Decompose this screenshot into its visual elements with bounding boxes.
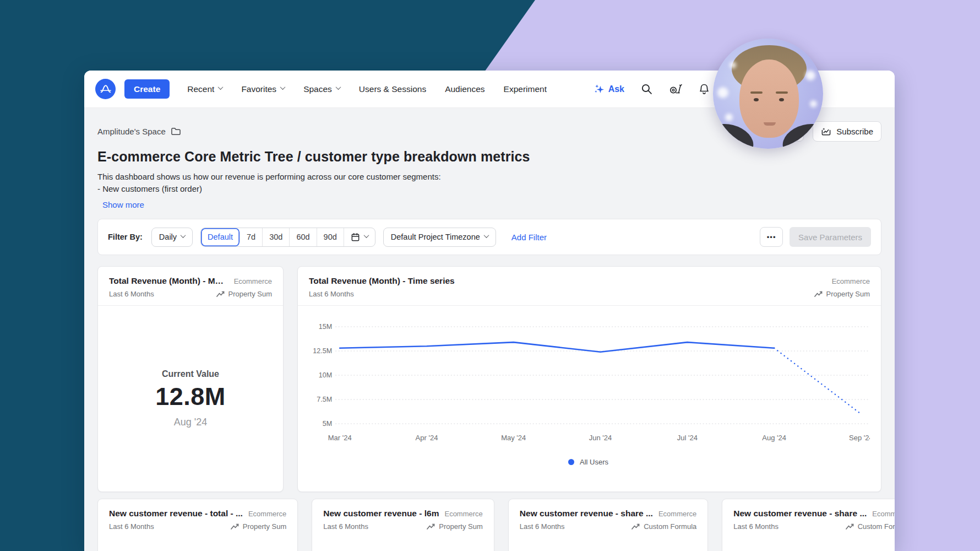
card-source: Ecommerce xyxy=(234,277,272,285)
chart-card-new-customer-revenue-l6m[interactable]: New customer revenue - l6m Ecommerce Las… xyxy=(312,499,494,551)
card-header: Total Revenue (Month) - Metric Ecommerce… xyxy=(98,267,283,305)
custom-date-picker[interactable] xyxy=(344,228,375,246)
cards-row-bottom: New customer revenue - total - ... Ecomm… xyxy=(97,499,881,551)
timezone-dropdown[interactable]: Default Project Timezone xyxy=(383,228,496,247)
avatar-graphic xyxy=(725,114,733,121)
card-range: Last 6 Months xyxy=(733,522,778,531)
folder-icon xyxy=(171,127,181,136)
svg-text:Jun '24: Jun '24 xyxy=(589,434,612,442)
svg-text:Sep '24: Sep '24 xyxy=(849,434,870,442)
card-header: New customer revenue - total - ... Ecomm… xyxy=(98,499,297,538)
svg-text:7.5M: 7.5M xyxy=(317,396,332,404)
avatar-graphic xyxy=(776,91,788,94)
nav-item-audiences[interactable]: Audiences xyxy=(445,84,484,94)
metric-value-label: Current Value xyxy=(162,369,219,379)
trend-line-icon xyxy=(631,523,640,530)
card-title: New customer revenue - share ... xyxy=(520,509,653,518)
metric-card-total-revenue[interactable]: Total Revenue (Month) - Metric Ecommerce… xyxy=(97,266,284,492)
trend-line-icon xyxy=(427,523,435,530)
card-title: Total Revenue (Month) - Metric xyxy=(109,276,228,286)
card-range: Last 6 Months xyxy=(109,522,154,531)
nav-item-spaces[interactable]: Spaces xyxy=(303,84,340,94)
nav-item-experiment[interactable]: Experiment xyxy=(504,84,547,94)
range-option-30d[interactable]: 30d xyxy=(263,228,290,246)
chevron-down-icon xyxy=(483,233,489,238)
show-more-link[interactable]: Show more xyxy=(102,200,144,209)
legend-label: All Users xyxy=(580,458,608,466)
add-filter-link[interactable]: Add Filter xyxy=(511,233,547,242)
range-option-60d[interactable]: 60d xyxy=(290,228,317,246)
granularity-dropdown[interactable]: Daily xyxy=(151,228,193,247)
sparkle-icon xyxy=(594,84,605,94)
chart-card-total-revenue-timeseries[interactable]: Total Revenue (Month) - Time series Ecom… xyxy=(297,266,881,492)
chevron-down-icon xyxy=(335,84,341,90)
range-option-90d[interactable]: 90d xyxy=(317,228,344,246)
trend-line-icon xyxy=(231,523,239,530)
card-header: Total Revenue (Month) - Time series Ecom… xyxy=(298,267,881,305)
revenue-line-chart[interactable]: 15M12.5M10M7.5M5MMar '24Apr '24May '24Ju… xyxy=(307,314,870,456)
dashboard-content: Amplitude's Space ☆ More Subsc xyxy=(84,121,895,551)
amplitude-logo-icon[interactable] xyxy=(95,79,116,99)
avatar-graphic xyxy=(750,91,763,94)
nav-item-recent[interactable]: Recent xyxy=(187,84,222,94)
subscribe-button[interactable]: Subscribe xyxy=(813,121,881,142)
avatar-graphic xyxy=(810,100,817,107)
chevron-down-icon xyxy=(218,84,224,90)
description-line: - New customers (first order) xyxy=(97,183,881,195)
svg-text:Jul '24: Jul '24 xyxy=(677,434,698,442)
filter-panel: Filter By: Daily Default 7d 30d 60d 90d xyxy=(97,219,881,255)
metric-caption: Aug '24 xyxy=(174,417,208,428)
trend-line-icon xyxy=(814,291,823,298)
svg-text:5M: 5M xyxy=(323,420,332,428)
notifications-button[interactable] xyxy=(699,83,710,95)
nav-item-favorites[interactable]: Favorites xyxy=(241,84,285,94)
chevron-down-icon xyxy=(280,84,286,90)
filter-more-options-button[interactable]: ••• xyxy=(760,227,783,247)
card-measure: Property Sum xyxy=(427,522,482,531)
svg-text:15M: 15M xyxy=(319,323,332,331)
filter-panel-actions: ••• Save Parameters xyxy=(760,227,871,247)
card-source: Ecommerce xyxy=(832,277,870,285)
card-range: Last 6 Months xyxy=(109,290,154,298)
metric-body: Current Value 12.8M Aug '24 xyxy=(98,306,283,491)
card-source: Ecommerce xyxy=(658,510,696,518)
card-title: New customer revenue - share ... xyxy=(733,509,867,518)
card-measure: Property Sum xyxy=(814,290,870,298)
card-source: Ecommerce xyxy=(444,510,482,518)
svg-text:Mar '24: Mar '24 xyxy=(328,434,352,442)
nav-items: Recent Favorites Spaces Users & Sessions… xyxy=(187,84,547,94)
search-icon xyxy=(641,83,652,95)
chart-card-new-customer-revenue-share-2[interactable]: New customer revenue - share ... Ecommer… xyxy=(722,499,895,551)
svg-text:12.5M: 12.5M xyxy=(313,348,332,355)
svg-text:10M: 10M xyxy=(319,372,332,380)
card-title: New customer revenue - total - ... xyxy=(109,509,243,518)
date-range-segmented-control: Default 7d 30d 60d 90d xyxy=(200,228,375,247)
nav-item-users-sessions[interactable]: Users & Sessions xyxy=(359,84,426,94)
card-measure: Custom Formula xyxy=(631,522,696,531)
ask-button[interactable]: Ask xyxy=(594,84,624,94)
metric-value: 12.8M xyxy=(155,382,226,411)
cards-row-top: Total Revenue (Month) - Metric Ecommerce… xyxy=(97,266,881,492)
avatar-graphic xyxy=(779,98,784,101)
create-button[interactable]: Create xyxy=(124,79,170,99)
breadcrumb-label: Amplitude's Space xyxy=(97,127,166,136)
avatar-graphic xyxy=(805,71,815,80)
chart-card-new-customer-revenue-total[interactable]: New customer revenue - total - ... Ecomm… xyxy=(97,499,298,551)
search-button[interactable] xyxy=(641,83,652,95)
avatar-graphic xyxy=(739,60,799,138)
chart-card-new-customer-revenue-share-1[interactable]: New customer revenue - share ... Ecommer… xyxy=(508,499,708,551)
range-option-7d[interactable]: 7d xyxy=(240,228,263,246)
chart-legend[interactable]: All Users xyxy=(307,458,870,466)
avatar-graphic xyxy=(764,122,776,126)
snail-button[interactable] xyxy=(669,83,682,95)
save-parameters-button[interactable]: Save Parameters xyxy=(790,227,871,247)
breadcrumb[interactable]: Amplitude's Space xyxy=(97,127,181,136)
card-source: Ecommerce xyxy=(248,510,286,518)
card-header: New customer revenue - l6m Ecommerce Las… xyxy=(312,499,494,538)
page-title: E-commerce Core Metric Tree / customer t… xyxy=(97,149,881,165)
chart-body: 15M12.5M10M7.5M5MMar '24Apr '24May '24Ju… xyxy=(298,306,881,491)
chevron-down-icon xyxy=(181,233,186,238)
user-avatar[interactable] xyxy=(713,39,823,149)
chevron-down-icon xyxy=(363,233,369,238)
range-option-default[interactable]: Default xyxy=(201,228,240,246)
